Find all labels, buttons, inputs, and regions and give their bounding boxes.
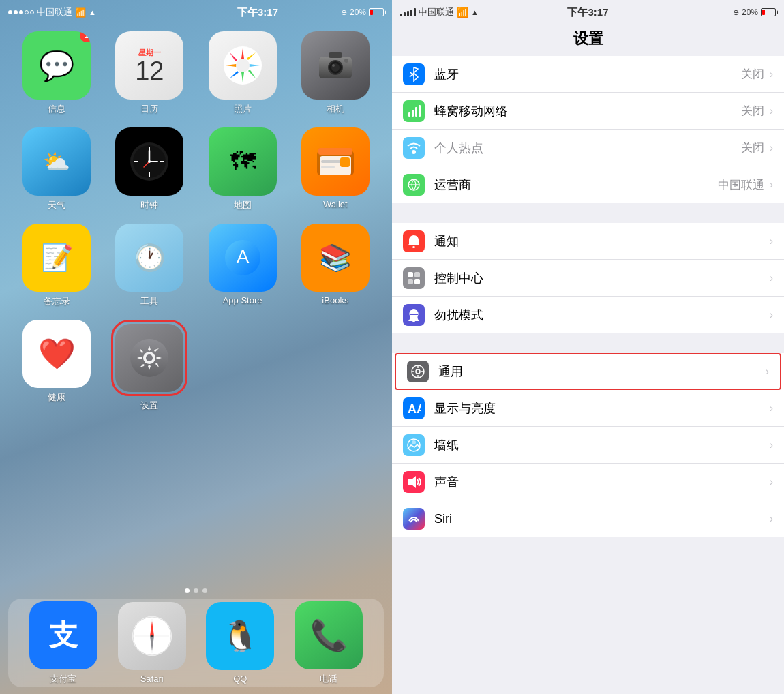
dock-safari[interactable]: Safari — [118, 602, 186, 684]
battery-percent-right: 20% — [742, 7, 758, 17]
carrier-chevron: › — [770, 179, 773, 191]
general-label: 通用 — [438, 363, 766, 380]
page-dot-3 — [202, 588, 207, 593]
svg-point-31 — [146, 354, 153, 361]
siri-icon — [403, 508, 425, 530]
settings-icon — [115, 324, 183, 392]
status-bar-left: 中国联通 📶 ▲ 下午3:17 ⊕ 20% — [0, 0, 392, 25]
dock-phone[interactable]: 📞 电话 — [295, 601, 363, 685]
app-notes[interactable]: 📝 备忘录 — [14, 224, 100, 307]
battery-icon-left — [369, 8, 384, 16]
settings-row-hotspot[interactable]: 个人热点 关闭 › — [392, 130, 784, 166]
section-gap-2 — [392, 334, 784, 353]
app-settings[interactable]: 设置 — [106, 320, 192, 412]
svg-rect-25 — [321, 166, 335, 168]
bluetooth-value: 关闭 — [741, 66, 764, 82]
battery-percent-left: 20% — [350, 7, 366, 17]
carrier-value: 中国联通 — [718, 177, 764, 193]
settings-row-general[interactable]: 通用 › — [395, 353, 781, 390]
dot1 — [8, 10, 12, 14]
qq-icon: 🐧 — [206, 602, 274, 670]
messages-icon: 💬 1 — [22, 31, 91, 100]
safari-svg — [132, 616, 172, 657]
svg-rect-24 — [321, 160, 342, 163]
app-ibooks[interactable]: 📚 iBooks — [292, 224, 378, 307]
app-health[interactable]: ❤️ 健康 — [14, 320, 100, 412]
svg-rect-53 — [412, 321, 415, 322]
dock-alipay[interactable]: 支 支付宝 — [29, 601, 97, 685]
appstore-icon: A — [209, 224, 277, 292]
app-camera[interactable]: 相机 — [292, 31, 378, 115]
phone-label: 电话 — [320, 673, 337, 685]
settings-label: 设置 — [140, 399, 158, 412]
hotspot-icon — [403, 137, 425, 159]
maps-label: 地图 — [234, 199, 252, 211]
cellular-value: 关闭 — [741, 103, 764, 119]
app-photos[interactable]: 照片 — [200, 31, 286, 115]
calendar-label: 日历 — [140, 103, 158, 115]
app-appstore[interactable]: A App Store — [200, 224, 286, 307]
gps-icon: ⊕ — [341, 8, 347, 17]
siri-chevron: › — [770, 513, 773, 525]
app-messages[interactable]: 💬 1 信息 — [14, 31, 100, 115]
tools-icon: 🕐 — [115, 224, 183, 292]
signal-bars-right — [400, 8, 416, 16]
settings-row-bluetooth[interactable]: 蓝牙 关闭 › — [392, 56, 784, 93]
settings-row-siri[interactable]: Siri › — [392, 500, 784, 537]
bluetooth-icon — [403, 63, 425, 85]
hotspot-label: 个人热点 — [434, 140, 741, 156]
dock-qq[interactable]: 🐧 QQ — [206, 602, 274, 684]
wifi-icon: 📶 — [75, 7, 86, 18]
wifi-icon-right: 📶 — [457, 7, 468, 18]
display-chevron: › — [770, 402, 773, 414]
time-left: 下午3:17 — [175, 6, 341, 19]
camera-label: 相机 — [327, 103, 344, 115]
settings-row-wallpaper[interactable]: 墙纸 › — [392, 427, 784, 464]
settings-row-cellular[interactable]: 蜂窝移动网络 关闭 › — [392, 93, 784, 130]
ibooks-label: iBooks — [322, 295, 348, 305]
wallpaper-label: 墙纸 — [434, 437, 770, 453]
controlcenter-icon — [403, 267, 425, 289]
settings-row-sounds[interactable]: 声音 › — [392, 464, 784, 500]
app-calendar[interactable]: 星期一 12 日历 — [106, 31, 192, 115]
gps-icon-right: ⊕ — [733, 8, 739, 17]
app-maps[interactable]: 🗺 地图 — [200, 127, 286, 211]
hotspot-chevron: › — [770, 142, 773, 154]
messages-badge: 1 — [80, 31, 91, 42]
svg-point-19 — [148, 160, 151, 163]
appstore-svg: A — [225, 240, 260, 275]
carrier-name-right: 中国联通 — [419, 6, 454, 18]
notes-label: 备忘录 — [44, 295, 70, 307]
dot4 — [25, 10, 29, 14]
app-tools[interactable]: 🕐 工具 — [106, 224, 192, 307]
svg-point-46 — [412, 150, 416, 154]
settings-row-notifications[interactable]: 通知 › — [392, 223, 784, 260]
time-right: 下午3:17 — [567, 6, 608, 19]
settings-highlight-border — [111, 320, 187, 396]
dnd-icon — [403, 304, 425, 326]
settings-section-notifications: 通知 › 控制中心 › — [392, 223, 784, 333]
app-weather[interactable]: ⛅ 天气 — [14, 127, 100, 211]
camera-icon — [301, 31, 370, 100]
settings-row-dnd[interactable]: 勿扰模式 › — [392, 297, 784, 333]
settings-row-carrier[interactable]: 运营商 中国联通 › — [392, 166, 784, 203]
qq-label: QQ — [233, 674, 247, 684]
weather-icon: ⛅ — [22, 127, 91, 196]
svg-rect-26 — [340, 157, 350, 167]
safari-icon — [118, 602, 186, 670]
settings-row-controlcenter[interactable]: 控制中心 › — [392, 260, 784, 297]
app-wallet[interactable]: Wallet — [292, 127, 378, 211]
alipay-icon: 支 — [29, 601, 97, 669]
carrier-icon — [403, 174, 425, 196]
dnd-chevron: › — [770, 309, 773, 321]
sounds-icon — [403, 471, 425, 493]
settings-row-display[interactable]: AA 显示与亮度 › — [392, 390, 784, 427]
app-clock[interactable]: 时钟 — [106, 127, 192, 211]
cellular-icon — [403, 100, 425, 122]
svg-rect-43 — [412, 110, 414, 117]
dot3 — [19, 10, 23, 14]
dot2 — [14, 10, 18, 14]
wallet-svg — [316, 145, 355, 178]
camera-svg — [318, 51, 353, 80]
battery-icon-right — [761, 8, 776, 16]
